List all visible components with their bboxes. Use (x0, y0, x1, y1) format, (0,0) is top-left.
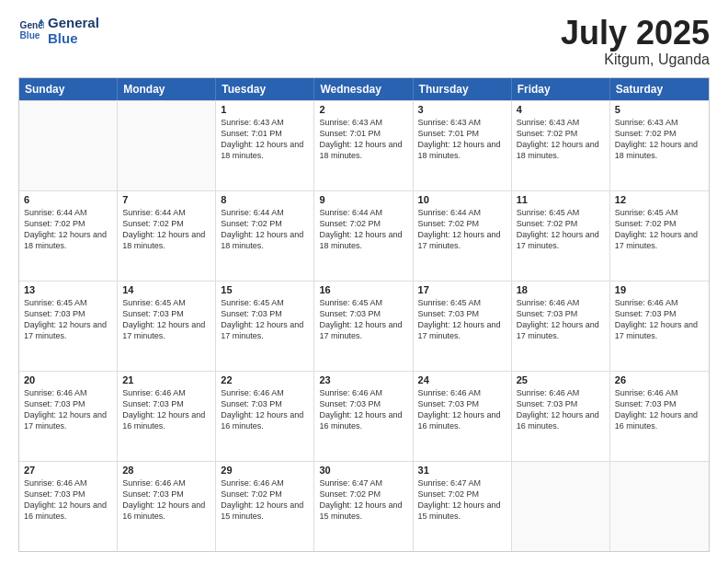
day-number: 17 (418, 284, 506, 295)
day-number: 19 (615, 284, 704, 295)
cal-cell-5-6 (512, 462, 610, 551)
cal-header-sunday: Sunday (19, 78, 118, 100)
cal-cell-3-1: 13Sunrise: 6:45 AM Sunset: 7:03 PM Dayli… (19, 282, 118, 371)
cal-cell-2-2: 7Sunrise: 6:44 AM Sunset: 7:02 PM Daylig… (118, 191, 216, 281)
day-number: 3 (418, 104, 506, 115)
day-info: Sunrise: 6:44 AM Sunset: 7:02 PM Dayligh… (221, 207, 309, 252)
cal-cell-4-5: 24Sunrise: 6:46 AM Sunset: 7:03 PM Dayli… (414, 372, 512, 461)
day-info: Sunrise: 6:46 AM Sunset: 7:03 PM Dayligh… (615, 387, 704, 432)
day-info: Sunrise: 6:45 AM Sunset: 7:02 PM Dayligh… (517, 207, 605, 252)
day-info: Sunrise: 6:46 AM Sunset: 7:03 PM Dayligh… (24, 477, 112, 523)
day-info: Sunrise: 6:44 AM Sunset: 7:02 PM Dayligh… (418, 207, 506, 252)
day-info: Sunrise: 6:43 AM Sunset: 7:02 PM Dayligh… (517, 117, 605, 162)
day-number: 13 (24, 284, 112, 295)
calendar: SundayMondayTuesdayWednesdayThursdayFrid… (18, 77, 710, 552)
cal-cell-3-6: 18Sunrise: 6:46 AM Sunset: 7:03 PM Dayli… (512, 282, 610, 371)
cal-cell-4-7: 26Sunrise: 6:46 AM Sunset: 7:03 PM Dayli… (610, 372, 709, 461)
day-info: Sunrise: 6:44 AM Sunset: 7:02 PM Dayligh… (319, 207, 407, 252)
day-number: 31 (418, 465, 506, 476)
calendar-body: 1Sunrise: 6:43 AM Sunset: 7:01 PM Daylig… (19, 100, 709, 551)
cal-week-4: 20Sunrise: 6:46 AM Sunset: 7:03 PM Dayli… (19, 371, 709, 461)
day-number: 26 (615, 374, 704, 385)
cal-cell-5-2: 28Sunrise: 6:46 AM Sunset: 7:03 PM Dayli… (118, 462, 216, 551)
cal-cell-2-7: 12Sunrise: 6:45 AM Sunset: 7:02 PM Dayli… (610, 191, 709, 281)
cal-week-5: 27Sunrise: 6:46 AM Sunset: 7:03 PM Dayli… (19, 461, 709, 551)
day-info: Sunrise: 6:43 AM Sunset: 7:01 PM Dayligh… (221, 117, 309, 162)
day-info: Sunrise: 6:46 AM Sunset: 7:03 PM Dayligh… (221, 387, 309, 432)
cal-cell-2-1: 6Sunrise: 6:44 AM Sunset: 7:02 PM Daylig… (19, 191, 118, 281)
day-number: 29 (221, 465, 309, 476)
day-info: Sunrise: 6:43 AM Sunset: 7:01 PM Dayligh… (319, 117, 407, 162)
day-number: 7 (122, 194, 210, 205)
day-info: Sunrise: 6:46 AM Sunset: 7:02 PM Dayligh… (221, 477, 309, 523)
day-number: 23 (319, 374, 407, 385)
day-info: Sunrise: 6:46 AM Sunset: 7:03 PM Dayligh… (517, 387, 605, 432)
day-info: Sunrise: 6:45 AM Sunset: 7:03 PM Dayligh… (319, 297, 407, 342)
cal-header-friday: Friday (512, 78, 610, 100)
location: Kitgum, Uganda (561, 52, 710, 68)
cal-cell-4-1: 20Sunrise: 6:46 AM Sunset: 7:03 PM Dayli… (19, 372, 118, 461)
day-info: Sunrise: 6:44 AM Sunset: 7:02 PM Dayligh… (24, 207, 112, 252)
day-info: Sunrise: 6:46 AM Sunset: 7:03 PM Dayligh… (615, 297, 704, 342)
cal-cell-1-4: 2Sunrise: 6:43 AM Sunset: 7:01 PM Daylig… (314, 101, 413, 190)
day-info: Sunrise: 6:46 AM Sunset: 7:03 PM Dayligh… (517, 297, 605, 342)
day-number: 16 (319, 284, 407, 295)
day-info: Sunrise: 6:47 AM Sunset: 7:02 PM Dayligh… (319, 477, 407, 523)
day-number: 15 (221, 284, 309, 295)
day-info: Sunrise: 6:44 AM Sunset: 7:02 PM Dayligh… (122, 207, 210, 252)
cal-cell-3-4: 16Sunrise: 6:45 AM Sunset: 7:03 PM Dayli… (314, 282, 413, 371)
cal-cell-2-6: 11Sunrise: 6:45 AM Sunset: 7:02 PM Dayli… (512, 191, 610, 281)
day-number: 18 (517, 284, 605, 295)
page: General Blue General Blue July 2025 Kitg… (0, 0, 728, 563)
day-number: 11 (517, 194, 605, 205)
day-number: 12 (615, 194, 704, 205)
day-info: Sunrise: 6:46 AM Sunset: 7:03 PM Dayligh… (24, 387, 112, 432)
cal-header-thursday: Thursday (414, 78, 512, 100)
logo-icon: General Blue (18, 17, 44, 43)
cal-cell-1-5: 3Sunrise: 6:43 AM Sunset: 7:01 PM Daylig… (414, 101, 512, 190)
cal-week-1: 1Sunrise: 6:43 AM Sunset: 7:01 PM Daylig… (19, 100, 709, 190)
cal-cell-5-5: 31Sunrise: 6:47 AM Sunset: 7:02 PM Dayli… (414, 462, 512, 551)
day-number: 1 (221, 104, 309, 115)
cal-header-tuesday: Tuesday (216, 78, 314, 100)
cal-cell-5-1: 27Sunrise: 6:46 AM Sunset: 7:03 PM Dayli… (19, 462, 118, 551)
day-number: 14 (122, 284, 210, 295)
logo-blue: Blue (48, 30, 99, 46)
cal-cell-2-5: 10Sunrise: 6:44 AM Sunset: 7:02 PM Dayli… (414, 191, 512, 281)
title-block: July 2025 Kitgum, Uganda (561, 15, 710, 68)
day-info: Sunrise: 6:46 AM Sunset: 7:03 PM Dayligh… (122, 387, 210, 432)
day-info: Sunrise: 6:43 AM Sunset: 7:01 PM Dayligh… (418, 117, 506, 162)
day-info: Sunrise: 6:45 AM Sunset: 7:03 PM Dayligh… (221, 297, 309, 342)
day-number: 5 (615, 104, 704, 115)
day-number: 22 (221, 374, 309, 385)
day-number: 28 (122, 465, 210, 476)
cal-cell-1-7: 5Sunrise: 6:43 AM Sunset: 7:02 PM Daylig… (610, 101, 709, 190)
cal-header-monday: Monday (118, 78, 216, 100)
day-number: 2 (319, 104, 407, 115)
logo: General Blue General Blue (18, 15, 99, 47)
cal-cell-5-3: 29Sunrise: 6:46 AM Sunset: 7:02 PM Dayli… (216, 462, 314, 551)
cal-cell-4-6: 25Sunrise: 6:46 AM Sunset: 7:03 PM Dayli… (512, 372, 610, 461)
day-number: 4 (517, 104, 605, 115)
cal-cell-4-4: 23Sunrise: 6:46 AM Sunset: 7:03 PM Dayli… (314, 372, 413, 461)
day-info: Sunrise: 6:46 AM Sunset: 7:03 PM Dayligh… (418, 387, 506, 432)
month-year: July 2025 (561, 15, 710, 52)
cal-cell-1-6: 4Sunrise: 6:43 AM Sunset: 7:02 PM Daylig… (512, 101, 610, 190)
day-info: Sunrise: 6:46 AM Sunset: 7:03 PM Dayligh… (122, 477, 210, 523)
day-number: 25 (517, 374, 605, 385)
day-info: Sunrise: 6:45 AM Sunset: 7:02 PM Dayligh… (615, 207, 704, 252)
cal-cell-3-7: 19Sunrise: 6:46 AM Sunset: 7:03 PM Dayli… (610, 282, 709, 371)
day-info: Sunrise: 6:45 AM Sunset: 7:03 PM Dayligh… (122, 297, 210, 342)
cal-cell-2-3: 8Sunrise: 6:44 AM Sunset: 7:02 PM Daylig… (216, 191, 314, 281)
svg-text:Blue: Blue (20, 31, 40, 41)
day-number: 24 (418, 374, 506, 385)
day-info: Sunrise: 6:47 AM Sunset: 7:02 PM Dayligh… (418, 477, 506, 523)
day-info: Sunrise: 6:43 AM Sunset: 7:02 PM Dayligh… (615, 117, 704, 162)
cal-cell-1-3: 1Sunrise: 6:43 AM Sunset: 7:01 PM Daylig… (216, 101, 314, 190)
calendar-header: SundayMondayTuesdayWednesdayThursdayFrid… (19, 78, 709, 100)
day-info: Sunrise: 6:45 AM Sunset: 7:03 PM Dayligh… (24, 297, 112, 342)
day-number: 10 (418, 194, 506, 205)
day-number: 30 (319, 465, 407, 476)
cal-week-3: 13Sunrise: 6:45 AM Sunset: 7:03 PM Dayli… (19, 281, 709, 371)
cal-header-wednesday: Wednesday (314, 78, 413, 100)
